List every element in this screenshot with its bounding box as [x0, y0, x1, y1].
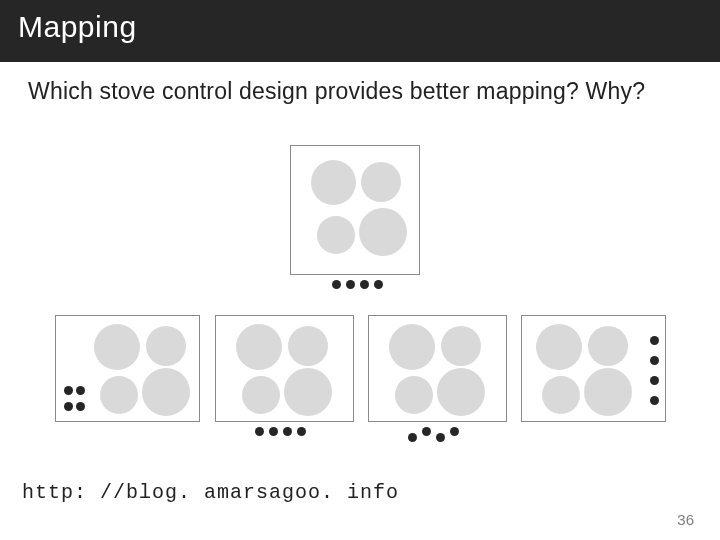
burner-icon — [100, 376, 138, 414]
burner-icon — [437, 368, 485, 416]
knob-icon — [360, 280, 369, 289]
knob-icon — [332, 280, 341, 289]
knob-icon — [374, 280, 383, 289]
knob-icon — [297, 427, 306, 436]
knob-icon — [269, 427, 278, 436]
slide: Mapping Which stove control design provi… — [0, 0, 720, 540]
burner-icon — [542, 376, 580, 414]
burner-icon — [361, 162, 401, 202]
stove-b3 — [368, 315, 507, 422]
burner-icon — [142, 368, 190, 416]
page-number: 36 — [677, 511, 694, 528]
source-url: http: //blog. amarsagoo. info — [22, 481, 399, 504]
stove-top — [290, 145, 420, 275]
stove-b3-box — [368, 315, 507, 422]
knob-icon — [346, 280, 355, 289]
knob-icon — [450, 427, 459, 436]
title-bar: Mapping — [0, 0, 720, 62]
burner-icon — [389, 324, 435, 370]
burner-icon — [359, 208, 407, 256]
burner-icon — [146, 326, 186, 366]
burner-icon — [536, 324, 582, 370]
stove-b4 — [521, 315, 666, 422]
knob-icon — [408, 433, 417, 442]
knob-icon — [650, 376, 659, 385]
knob-icon — [650, 356, 659, 365]
stove-b1-box — [55, 315, 200, 422]
knob-icon — [283, 427, 292, 436]
burner-icon — [588, 326, 628, 366]
burner-icon — [395, 376, 433, 414]
knob-icon — [64, 386, 73, 395]
knob-icon — [64, 402, 73, 411]
burner-icon — [288, 326, 328, 366]
slide-question: Which stove control design provides bett… — [0, 62, 720, 105]
knob-icon — [650, 336, 659, 345]
stove-b1 — [55, 315, 200, 422]
knob-icon — [76, 402, 85, 411]
stove-b2-box — [215, 315, 354, 422]
knob-icon — [422, 427, 431, 436]
stove-b4-box — [521, 315, 666, 422]
burner-icon — [236, 324, 282, 370]
burner-icon — [317, 216, 355, 254]
knob-icon — [650, 396, 659, 405]
slide-title: Mapping — [18, 10, 702, 44]
burner-icon — [584, 368, 632, 416]
burner-icon — [441, 326, 481, 366]
stove-b2 — [215, 315, 354, 422]
knob-icon — [436, 433, 445, 442]
knob-icon — [255, 427, 264, 436]
burner-icon — [242, 376, 280, 414]
knob-icon — [76, 386, 85, 395]
burner-icon — [284, 368, 332, 416]
stove-top-box — [290, 145, 420, 275]
burner-icon — [311, 160, 356, 205]
burner-icon — [94, 324, 140, 370]
